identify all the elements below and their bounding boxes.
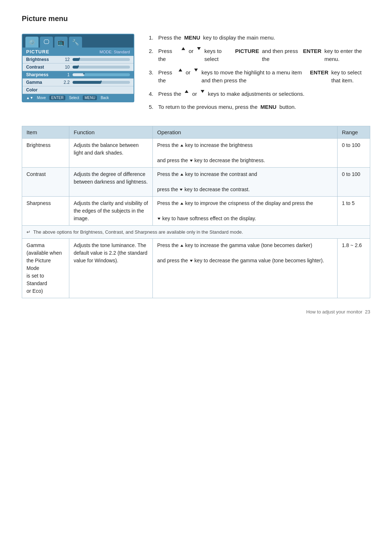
monitor-item-gamma-fill bbox=[73, 81, 101, 84]
range-sharpness: 1 to 5 bbox=[338, 196, 370, 225]
operation-gamma: Press the key to increase the gamma valu… bbox=[153, 239, 338, 298]
instruction-5: To return to the previous menu, press th… bbox=[149, 103, 370, 111]
arrow-down-icon bbox=[158, 218, 160, 220]
monitor-header-mode: MODE: Standard bbox=[99, 50, 130, 54]
note-icon: ↵ bbox=[26, 229, 30, 235]
arrow-up-icon-3 bbox=[179, 69, 182, 71]
footer-select-label: Select bbox=[69, 96, 79, 100]
monitor-item-gamma-value: 2.2 bbox=[59, 80, 70, 85]
monitor-row-sharpness: Sharpness 1 bbox=[23, 71, 134, 79]
function-brightness: Adjusts the balance between light and da… bbox=[69, 138, 153, 167]
operation-sharpness: Press the key to improve the crispness o… bbox=[153, 196, 338, 225]
table-body: Brightness Adjusts the balance between l… bbox=[22, 138, 370, 298]
col-operation: Operation bbox=[153, 126, 338, 138]
function-sharpness: Adjusts the clarity and visibility of th… bbox=[69, 196, 153, 225]
col-function: Function bbox=[69, 126, 153, 138]
monitor-item-sharpness-label: Sharpness bbox=[26, 72, 59, 77]
note-cell: ↵ The above options for Brightness, Cont… bbox=[22, 225, 370, 239]
item-brightness: Brightness bbox=[22, 138, 69, 167]
tab-settings[interactable]: 🔧 bbox=[69, 37, 82, 48]
footer-move-label: Move bbox=[37, 96, 46, 100]
footer-enter-btn[interactable]: ENTER bbox=[49, 95, 65, 100]
tab-source[interactable]: 📺 bbox=[54, 37, 68, 48]
monitor-row-contrast: Contrast 10 bbox=[23, 63, 134, 71]
range-brightness: 0 to 100 bbox=[338, 138, 370, 167]
monitor-footer: ▲▼ Move ENTER Select MENU Back bbox=[23, 94, 134, 102]
table-section: Item Function Operation Range Brightness… bbox=[22, 126, 370, 299]
monitor-header: PICTURE MODE: Standard bbox=[23, 48, 134, 56]
enter-bold-3: ENTER bbox=[310, 69, 328, 85]
arrow-down-icon bbox=[190, 160, 193, 162]
monitor-ui: ⚙️ 🖵 📺 🔧 PICTURE MODE: Standard Brightne… bbox=[22, 34, 134, 102]
monitor-header-label: PICTURE bbox=[26, 49, 49, 54]
instruction-3: Press the or keys to move the highlight … bbox=[149, 69, 370, 85]
monitor-item-brightness-bar bbox=[73, 58, 130, 61]
footer-menu-btn[interactable]: MENU bbox=[83, 95, 97, 100]
table-row: Gamma (available when the Picture Mode i… bbox=[22, 239, 370, 298]
item-sharpness: Sharpness bbox=[22, 196, 69, 225]
menu-bold-5: MENU bbox=[260, 103, 276, 111]
table-header: Item Function Operation Range bbox=[22, 126, 370, 138]
monitor-item-contrast-label: Contrast bbox=[26, 65, 59, 70]
picture-bold-2: PICTURE bbox=[235, 47, 259, 63]
monitor-item-brightness-fill bbox=[73, 58, 79, 61]
range-contrast: 0 to 100 bbox=[338, 167, 370, 196]
monitor-item-sharpness-value: 1 bbox=[59, 72, 70, 77]
monitor-item-contrast-value: 10 bbox=[59, 65, 70, 70]
monitor-item-contrast-bar bbox=[73, 66, 130, 69]
col-item: Item bbox=[22, 126, 69, 138]
tab-picture[interactable]: ⚙️ bbox=[25, 37, 38, 48]
monitor-item-sharpness-fill bbox=[73, 73, 84, 76]
menu-bold-1: MENU bbox=[184, 34, 200, 42]
arrow-down-icon bbox=[180, 189, 183, 191]
item-gamma: Gamma (available when the Picture Mode i… bbox=[22, 239, 69, 298]
table-row: Sharpness Adjusts the clarity and visibi… bbox=[22, 196, 370, 225]
range-gamma: 1.8 ~ 2.6 bbox=[338, 239, 370, 298]
page-footer: How to adjust your monitor 23 bbox=[22, 309, 370, 315]
table-row: Contrast Adjusts the degree of differenc… bbox=[22, 167, 370, 196]
monitor-item-brightness-value: 12 bbox=[59, 57, 70, 62]
item-contrast: Contrast bbox=[22, 167, 69, 196]
monitor-body: Brightness 12 Contrast 10 Sharpness 1 bbox=[23, 56, 134, 94]
monitor-item-gamma-bar bbox=[73, 81, 130, 84]
monitor-item-gamma-label: Gamma bbox=[26, 80, 59, 85]
page-number: 23 bbox=[365, 309, 370, 315]
arrow-up-icon bbox=[180, 202, 183, 205]
footer-arrows: ▲▼ bbox=[26, 96, 33, 100]
footer-back-label: Back bbox=[101, 96, 109, 100]
monitor-item-contrast-fill bbox=[73, 66, 78, 69]
monitor-tabs: ⚙️ 🖵 📺 🔧 bbox=[23, 34, 134, 48]
arrow-down-icon-3 bbox=[194, 69, 198, 71]
monitor-row-color: Color bbox=[23, 86, 134, 94]
instruction-list: Press the MENU key to display the main m… bbox=[149, 34, 370, 111]
table-row: Brightness Adjusts the balance between l… bbox=[22, 138, 370, 167]
arrow-down-icon-4 bbox=[201, 90, 204, 93]
function-contrast: Adjusts the degree of difference between… bbox=[69, 167, 153, 196]
monitor-item-brightness-label: Brightness bbox=[26, 57, 59, 62]
arrow-down-icon-2 bbox=[197, 47, 201, 50]
arrow-up-icon-2 bbox=[181, 47, 185, 50]
page-title: Picture menu bbox=[22, 15, 370, 23]
instruction-2: Press the or keys to select PICTURE and … bbox=[149, 47, 370, 63]
function-gamma: Adjusts the tone luminance. The default … bbox=[69, 239, 153, 298]
footer-text: How to adjust your monitor bbox=[306, 309, 363, 315]
operation-contrast: Press the key to increase the contrast a… bbox=[153, 167, 338, 196]
instructions: Press the MENU key to display the main m… bbox=[149, 34, 370, 111]
top-section: ⚙️ 🖵 📺 🔧 PICTURE MODE: Standard Brightne… bbox=[22, 34, 370, 111]
tab-display[interactable]: 🖵 bbox=[40, 37, 53, 48]
table-row-note: ↵ The above options for Brightness, Cont… bbox=[22, 225, 370, 239]
arrow-up-icon-4 bbox=[185, 90, 188, 93]
monitor-row-gamma: Gamma 2.2 bbox=[23, 79, 134, 86]
arrow-up-icon bbox=[180, 173, 183, 176]
table-header-row: Item Function Operation Range bbox=[22, 126, 370, 138]
arrow-up-icon bbox=[180, 144, 183, 147]
instruction-1: Press the MENU key to display the main m… bbox=[149, 34, 370, 42]
monitor-item-sharpness-bar bbox=[73, 73, 130, 76]
monitor-row-brightness: Brightness 12 bbox=[23, 56, 134, 63]
instruction-4: Press the or keys to make adjustments or… bbox=[149, 90, 370, 98]
arrow-up-icon bbox=[180, 245, 183, 247]
picture-menu-table: Item Function Operation Range Brightness… bbox=[22, 126, 370, 299]
monitor-item-color-label: Color bbox=[26, 87, 59, 93]
operation-brightness: Press the key to increase the brightness… bbox=[153, 138, 338, 167]
enter-bold-2: ENTER bbox=[303, 47, 322, 63]
